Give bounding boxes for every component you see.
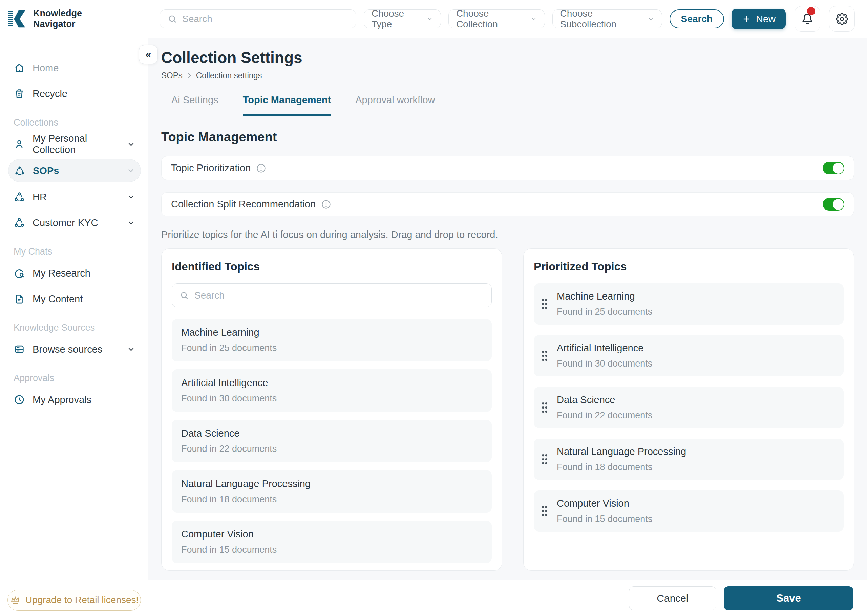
identified-topics-panel: Identified Topics Search Machine Learnin… <box>161 248 502 570</box>
sidebar-item-browse-sources[interactable]: Browse sources <box>8 338 141 360</box>
prioritized-topic-machine-learning[interactable]: Machine Learning Found in 25 documents <box>534 283 843 325</box>
sidebar-item-my-approvals[interactable]: My Approvals <box>8 389 141 410</box>
topbar-actions: New <box>732 6 855 32</box>
choose-subcollection-dropdown[interactable]: Choose Subcollection <box>552 9 662 28</box>
sidebar-item-recycle[interactable]: Recycle <box>8 83 141 105</box>
topic-item-data-science[interactable]: Data Science Found in 22 documents <box>172 420 492 462</box>
prioritized-topic-natural-language-processing[interactable]: Natural Language Processing Found in 18 … <box>534 438 843 480</box>
topic-item-artificial-intelligence[interactable]: Artificial Intelligence Found in 30 docu… <box>172 369 492 412</box>
topic-meta: Found in 25 documents <box>181 343 482 354</box>
gear-icon <box>836 13 848 25</box>
cancel-button[interactable]: Cancel <box>629 586 716 610</box>
page-title: Collection Settings <box>161 49 854 67</box>
topic-item-computer-vision[interactable]: Computer Vision Found in 15 documents <box>172 520 492 563</box>
sidebar-item-sops[interactable]: SOPs <box>8 159 141 182</box>
clock-icon <box>14 394 25 405</box>
topic-item-machine-learning[interactable]: Machine Learning Found in 25 documents <box>172 319 492 361</box>
sidebar-item-hr[interactable]: HR <box>8 186 141 208</box>
tab-bar: Ai Settings Topic Management Approval wo… <box>161 94 854 116</box>
prioritized-topic-artificial-intelligence[interactable]: Artificial Intelligence Found in 30 docu… <box>534 335 843 376</box>
topic-name: Machine Learning <box>181 327 482 338</box>
topic-panels: Identified Topics Search Machine Learnin… <box>161 248 854 570</box>
chevron-down-icon <box>127 345 135 354</box>
knowledge-navigator-logo-icon <box>7 8 28 30</box>
sidebar-item-label: My Research <box>33 268 90 279</box>
topic-name: Data Science <box>557 394 652 405</box>
search-button[interactable]: Search <box>670 9 724 28</box>
drag-handle-icon[interactable] <box>541 297 549 310</box>
research-icon <box>14 267 25 279</box>
sidebar-item-home[interactable]: Home <box>8 57 141 79</box>
prioritize-description: Prioritize topics for the AI ti focus on… <box>161 229 854 240</box>
action-bar: Cancel Save <box>148 580 867 616</box>
sidebar-item-customer-kyc[interactable]: Customer KYC <box>8 212 141 234</box>
crown-icon <box>10 595 20 605</box>
identified-topics-search-input[interactable]: Search <box>172 283 492 307</box>
chevron-right-icon <box>186 72 193 79</box>
topic-item-natural-language-processing[interactable]: Natural Language Processing Found in 18 … <box>172 470 492 513</box>
chevron-down-icon <box>530 15 537 23</box>
breadcrumb-sops[interactable]: SOPs <box>161 71 183 80</box>
document-icon <box>14 293 25 305</box>
notifications-button[interactable] <box>795 6 820 32</box>
save-button[interactable]: Save <box>724 586 853 610</box>
sidebar-section-my-chats: My Chats <box>14 247 141 257</box>
brand-logo[interactable]: Knowledge Navigator <box>0 8 148 30</box>
section-title: Topic Management <box>161 130 854 145</box>
sidebar-item-my-content[interactable]: My Content <box>8 288 141 310</box>
info-icon[interactable] <box>321 200 331 209</box>
database-icon <box>14 344 25 355</box>
info-icon[interactable] <box>256 163 266 173</box>
sidebar-section-collections: Collections <box>14 118 141 128</box>
network-icon <box>14 165 25 176</box>
collection-split-label: Collection Split Recommendation <box>171 199 316 210</box>
chevron-down-icon <box>127 140 135 149</box>
upgrade-button[interactable]: Upgrade to Retail licenses! <box>8 589 141 611</box>
breadcrumb-collection-settings: Collection settings <box>196 71 262 80</box>
breadcrumb: SOPs Collection settings <box>161 71 854 80</box>
identified-topics-title: Identified Topics <box>172 260 492 273</box>
drag-handle-icon[interactable] <box>541 349 549 362</box>
search-icon <box>179 291 189 300</box>
drag-handle-icon[interactable] <box>541 504 549 517</box>
topic-prioritization-toggle[interactable] <box>823 162 844 174</box>
global-search-input[interactable]: Search <box>159 9 356 28</box>
topic-meta: Found in 22 documents <box>557 410 652 421</box>
people-icon <box>14 217 25 228</box>
collection-split-toggle[interactable] <box>823 198 844 211</box>
topic-prioritization-label: Topic Prioritization <box>171 162 251 174</box>
main-content: Collection Settings SOPs Collection sett… <box>148 38 867 580</box>
drag-handle-icon[interactable] <box>541 453 549 466</box>
prioritized-topics-list: Machine Learning Found in 25 documents A… <box>534 283 843 532</box>
chevron-down-icon <box>426 15 433 23</box>
sidebar-nav: Home Recycle Collections My Personal Col… <box>0 38 148 410</box>
drag-handle-icon[interactable] <box>541 401 549 414</box>
choose-collection-label: Choose Collection <box>456 8 525 30</box>
topic-name: Machine Learning <box>557 291 652 302</box>
upgrade-button-label: Upgrade to Retail licenses! <box>25 595 139 605</box>
sidebar-item-my-personal-collection[interactable]: My Personal Collection <box>8 134 141 155</box>
sidebar-item-label: My Personal Collection <box>33 133 119 156</box>
topic-meta: Found in 18 documents <box>557 462 686 473</box>
collection-split-setting: Collection Split Recommendation <box>161 192 854 216</box>
choose-collection-dropdown[interactable]: Choose Collection <box>448 9 545 28</box>
collapse-sidebar-button[interactable]: « <box>139 45 158 64</box>
prioritized-topic-data-science[interactable]: Data Science Found in 22 documents <box>534 387 843 428</box>
chevron-down-icon <box>127 193 135 201</box>
brand-line1: Knowledge <box>33 8 82 19</box>
sidebar-item-my-research[interactable]: My Research <box>8 262 141 284</box>
chevron-down-icon <box>648 15 654 23</box>
choose-type-dropdown[interactable]: Choose Type <box>364 9 441 28</box>
new-button[interactable]: New <box>732 9 786 29</box>
plus-icon <box>742 14 751 24</box>
search-placeholder: Search <box>194 290 225 301</box>
tab-approval-workflow[interactable]: Approval workflow <box>355 94 435 116</box>
tab-ai-settings[interactable]: Ai Settings <box>172 94 219 116</box>
settings-button[interactable] <box>829 6 855 32</box>
topic-name: Computer Vision <box>181 529 482 540</box>
topic-meta: Found in 22 documents <box>181 444 482 454</box>
chevron-down-icon <box>127 218 135 227</box>
brand-name: Knowledge Navigator <box>33 8 82 30</box>
tab-topic-management[interactable]: Topic Management <box>243 94 331 116</box>
prioritized-topic-computer-vision[interactable]: Computer Vision Found in 15 documents <box>534 490 843 532</box>
